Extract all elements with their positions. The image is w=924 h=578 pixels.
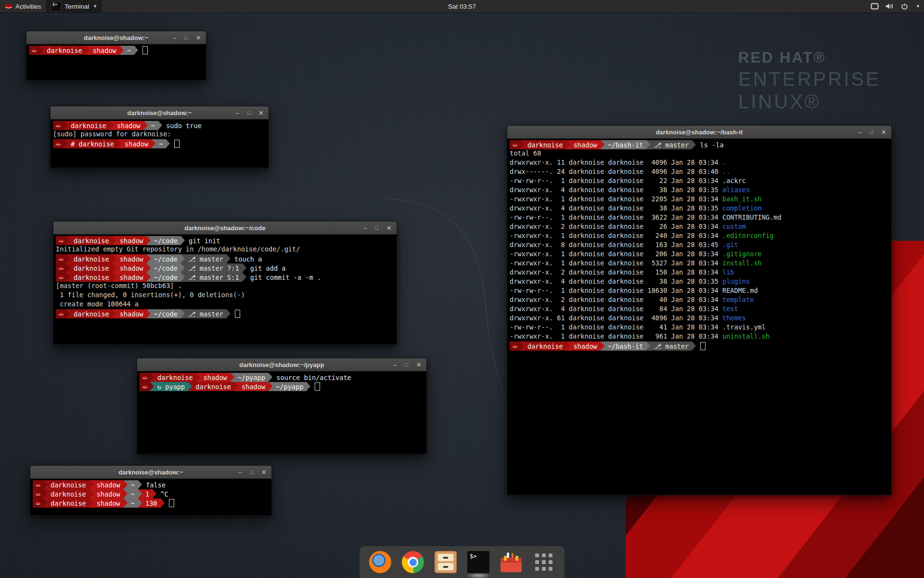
minimize-icon[interactable]: – (173, 35, 176, 41)
command-text: sudo true (162, 121, 202, 130)
output-text: 1 file changed, 0 insertions(+), 0 delet… (56, 291, 245, 300)
filename-exec: install.sh (722, 259, 762, 268)
output-line: -rw-rw-r--. 1 darknoise darknoise 18630 … (510, 287, 889, 296)
terminal-content[interactable]: darknoiseshadow~/code git initInitialize… (53, 235, 397, 344)
prompt-line: darknoiseshadow~/code⎇ master ?:1 git ad… (56, 263, 394, 273)
close-icon[interactable]: ✕ (386, 225, 392, 231)
filename-exec: uninstall.sh (722, 332, 770, 342)
close-icon[interactable]: ✕ (416, 362, 422, 368)
app-menu-terminal[interactable]: $> Terminal ▼ (46, 0, 102, 13)
activities-button[interactable]: Activities (0, 0, 46, 13)
app-grid-icon[interactable] (533, 551, 555, 573)
titlebar[interactable]: darknoise@shadow:~ –□✕ (26, 31, 206, 44)
powerline-arrow-icon (43, 480, 47, 489)
prompt-segment-branch: ⎇ master (650, 140, 692, 149)
output-text: -rw-rw-r--. 1 darknoise darknoise 41 Jan… (510, 323, 766, 332)
output-line: -rwxrwxr-x. 1 darknoise darknoise 240 Ja… (510, 232, 889, 241)
output-line: create mode 100644 a (56, 300, 394, 309)
window-title: darknoise@shadow:~/code (53, 224, 397, 232)
prompt-segment-host: shadow (93, 489, 124, 499)
clock-label[interactable]: Sat 03:57 (448, 3, 476, 10)
powerline-arrow-icon (124, 480, 128, 489)
terminal-content[interactable]: darknoiseshadow~ falsedarknoiseshadow~1 … (30, 479, 271, 515)
system-menu-chevron-icon[interactable]: ▼ (916, 4, 920, 9)
maximize-icon[interactable]: □ (184, 35, 188, 40)
prompt-line: darknoiseshadow~/bash-it⎇ master ls -la (510, 140, 889, 149)
maximize-icon[interactable]: □ (405, 362, 408, 368)
close-icon[interactable]: ✕ (196, 35, 201, 41)
titlebar[interactable]: darknoise@shadow:~/pyapp –□✕ (137, 358, 426, 371)
output-line: drwxrwxr-x. 2 darknoise darknoise 26 Jan… (510, 223, 889, 232)
close-icon[interactable]: ✕ (261, 469, 267, 475)
prompt-segment-host: shadow (116, 309, 147, 318)
powerline-arrow-icon (269, 382, 272, 391)
chrome-icon[interactable] (402, 551, 424, 573)
output-line: Initialized empty Git repository in /hom… (56, 245, 394, 254)
firefox-icon[interactable] (369, 551, 391, 573)
titlebar[interactable]: darknoise@shadow:~/code –□✕ (53, 222, 397, 235)
powerline-arrow-icon (196, 373, 200, 382)
volume-icon[interactable] (886, 3, 894, 10)
minimize-icon[interactable]: – (235, 110, 239, 116)
prompt-line: darknoiseshadow~ (29, 46, 204, 55)
prompt-line: # darknoiseshadow~ (53, 139, 266, 148)
output-text: drwxrwxr-x. 2 darknoise darknoise 40 Jan… (510, 296, 722, 305)
prompt-segment-hat (53, 139, 64, 148)
titlebar[interactable]: darknoise@shadow:~/bash-it –□✕ (507, 126, 891, 139)
terminal-app-icon[interactable]: $> (467, 551, 489, 573)
minimize-icon[interactable]: – (363, 225, 367, 231)
prompt-segment-branch: ⎇ master (185, 309, 227, 318)
titlebar[interactable]: darknoise@shadow:~ –□✕ (51, 106, 269, 119)
prompt-segment-hat (56, 309, 66, 318)
output-line: drwxrwxr-x. 61 darknoise darknoise 4096 … (510, 314, 889, 323)
close-icon[interactable]: ✕ (881, 129, 886, 135)
prompt-segment-path: ~ (155, 139, 166, 148)
maximize-icon[interactable]: □ (247, 110, 250, 116)
powerline-arrow-icon (66, 309, 70, 318)
prompt-segment-hat (140, 373, 150, 382)
terminal-content[interactable]: darknoiseshadow~/bash-it⎇ master ls -lat… (507, 139, 891, 495)
clock-area: Sat 03:57 (0, 3, 924, 10)
command-text: false (142, 480, 166, 489)
powerline-arrow-icon (227, 309, 231, 318)
display-icon[interactable] (871, 3, 879, 10)
maximize-icon[interactable]: □ (250, 470, 253, 475)
output-line: -rwxrwxr-x. 1 darknoise darknoise 961 Ja… (510, 332, 889, 342)
powerline-arrow-icon (138, 499, 142, 508)
command-text: git init (185, 236, 220, 245)
powerline-arrow-icon (144, 121, 148, 130)
output-text: [sudo] password for darknoise: (53, 130, 171, 139)
prompt-segment-path: ~/pyapp (272, 382, 307, 391)
powerline-arrow-icon (520, 140, 524, 149)
powerline-arrow-icon (234, 382, 238, 391)
powerline-arrow-icon (147, 236, 151, 245)
minimize-icon[interactable]: – (238, 469, 242, 475)
prompt-segment-hat (56, 254, 66, 263)
minimize-icon[interactable]: – (858, 129, 861, 135)
terminal-content[interactable]: darknoiseshadow~/pyapp source bin/activa… (137, 371, 426, 454)
titlebar[interactable]: darknoise@shadow:~ –□✕ (30, 466, 271, 479)
prompt-segment-host: shadow (114, 121, 144, 130)
output-line: -rw-rw-r--. 1 darknoise darknoise 22 Jan… (510, 177, 889, 186)
power-icon[interactable] (901, 3, 908, 10)
powerline-arrow-icon (161, 499, 165, 508)
powerline-arrow-icon (692, 140, 696, 149)
output-text: -rwxrwxr-x. 1 darknoise darknoise 961 Ja… (510, 332, 722, 342)
maximize-icon[interactable]: □ (870, 130, 873, 135)
prompt-segment-path: ~ (128, 499, 138, 508)
terminal-content[interactable]: darknoiseshadow~ sudo true[sudo] passwor… (51, 119, 269, 168)
prompt-line: darknoiseshadow~/pyapp source bin/activa… (140, 373, 424, 382)
prompt-segment-path: ~/code (151, 263, 181, 273)
maximize-icon[interactable]: □ (375, 225, 378, 231)
file-manager-icon[interactable] (435, 551, 457, 573)
powerline-arrow-icon (66, 263, 70, 273)
toolbox-icon[interactable] (500, 551, 522, 573)
minimize-icon[interactable]: – (393, 362, 397, 368)
terminal-window-code: darknoise@shadow:~/code –□✕ darknoisesha… (53, 221, 397, 345)
close-icon[interactable]: ✕ (258, 110, 264, 116)
top-bar: Activities $> Terminal ▼ Sat 03:57 ▼ (0, 0, 924, 13)
powerline-arrow-icon (181, 236, 185, 245)
terminal-content[interactable]: darknoiseshadow~ (26, 44, 206, 80)
command-text: git commit -a -m . (246, 273, 321, 282)
powerline-arrow-icon (90, 480, 93, 489)
